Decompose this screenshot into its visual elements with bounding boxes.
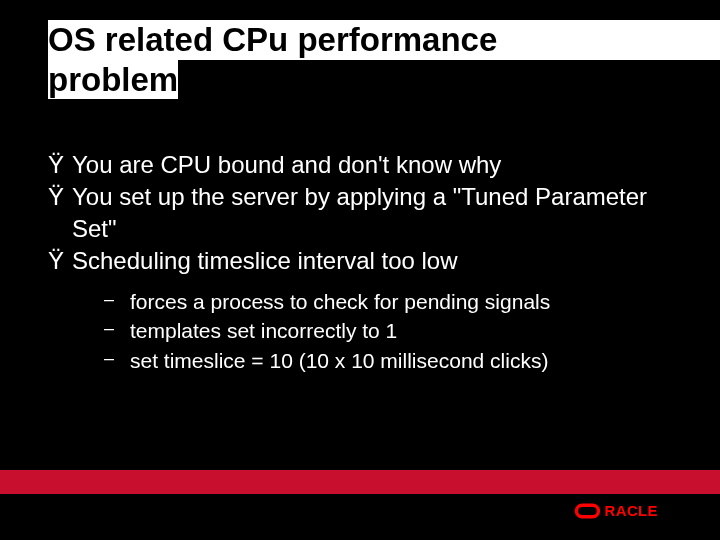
bullet-item: Ÿ You set up the server by applying a "T… xyxy=(48,181,680,243)
oracle-logo-icon: RACLE xyxy=(574,502,686,520)
slide-title-line1: OS related CPu performance xyxy=(48,20,720,60)
sub-bullet-item: – set timeslice = 10 (10 x 10 millisecon… xyxy=(104,346,680,375)
footer: RACLE xyxy=(0,470,720,520)
logo-row: RACLE xyxy=(0,494,720,520)
bullet-text: Scheduling timeslice interval too low xyxy=(72,245,680,276)
sub-bullet-item: – templates set incorrectly to 1 xyxy=(104,316,680,345)
sub-bullet-marker: – xyxy=(104,287,130,316)
sub-bullet-item: – forces a process to check for pending … xyxy=(104,287,680,316)
content-area: Ÿ You are CPU bound and don't know why Ÿ… xyxy=(0,99,720,375)
title-area: OS related CPu performance problem xyxy=(0,0,720,99)
bullet-text: You are CPU bound and don't know why xyxy=(72,149,680,180)
bullet-marker: Ÿ xyxy=(48,149,72,180)
bullet-marker: Ÿ xyxy=(48,181,72,243)
svg-text:RACLE: RACLE xyxy=(605,502,658,519)
sub-bullet-marker: – xyxy=(104,346,130,375)
slide-title-line2: problem xyxy=(48,60,178,100)
sub-bullet-list: – forces a process to check for pending … xyxy=(48,277,680,375)
bullet-item: Ÿ You are CPU bound and don't know why xyxy=(48,149,680,180)
bullet-text: You set up the server by applying a "Tun… xyxy=(72,181,680,243)
sub-bullet-marker: – xyxy=(104,316,130,345)
bullet-item: Ÿ Scheduling timeslice interval too low xyxy=(48,245,680,276)
slide: OS related CPu performance problem Ÿ You… xyxy=(0,0,720,540)
sub-bullet-text: templates set incorrectly to 1 xyxy=(130,316,680,345)
bullet-marker: Ÿ xyxy=(48,245,72,276)
brand-bar xyxy=(0,470,720,494)
sub-bullet-text: set timeslice = 10 (10 x 10 millisecond … xyxy=(130,346,680,375)
sub-bullet-text: forces a process to check for pending si… xyxy=(130,287,680,316)
